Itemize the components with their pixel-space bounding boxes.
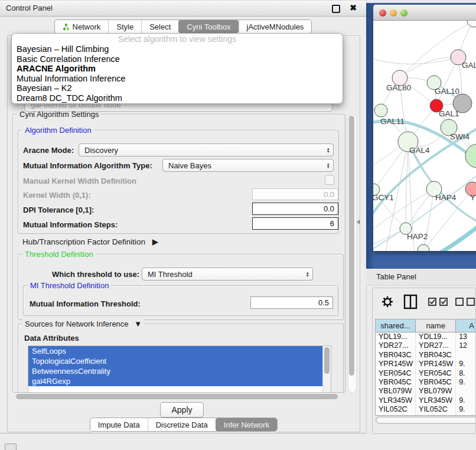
table-row[interactable]: YBL079WYBL079W [376,387,476,396]
float-window-icon[interactable] [332,5,340,13]
algorithm-option-aracne-algorithm[interactable]: ARACNE Algorithm [12,64,343,74]
table-horizontal-scrollbar[interactable] [375,416,476,424]
network-edge[interactable] [435,221,476,251]
network-edge[interactable] [373,120,476,165]
table-row[interactable]: YPR145WYPR145W9. [376,360,476,369]
node-table[interactable]: shared...nameA YDL19...YDL19...13YDR27..… [375,319,476,416]
network-edge[interactable] [423,189,434,250]
tab-infer-network[interactable]: Infer Network [216,418,277,431]
node-label-gal10: GAL10 [435,87,459,96]
tab-label: Discretize Data [156,420,208,429]
column-header-shared[interactable]: shared... [376,319,416,332]
which-threshold-label: Which threshold to use: [52,270,139,279]
node-label-swi4: SWI4 [450,132,470,141]
settings-vscroll-thumb[interactable] [349,116,354,376]
attribute-item-gal4rgexp[interactable]: gal4RGexp [28,376,331,386]
minimize-traffic-icon[interactable] [390,9,397,17]
tab-style[interactable]: Style [108,20,141,33]
gear-icon[interactable] [381,295,394,308]
splitter-handle[interactable] [357,220,360,224]
unchecked-pair-icon[interactable] [455,298,475,306]
threshold-definition-group: Threshold Definition Which threshold to … [18,254,344,320]
algorithm-option-bayesian-k2[interactable]: Bayesian – K2 [12,83,343,93]
table-row[interactable]: YDL19...YDL19...13 [376,332,476,341]
checked-pair-icon[interactable] [428,298,448,306]
which-threshold-combo[interactable]: MI Threshold ▲▼ [142,268,313,281]
mi-threshold-definition-group: MI Threshold Definition Mutual Informati… [23,285,338,316]
tab-label: Network [73,22,101,31]
algorithm-option-dream8-dc-tdc-algorithm[interactable]: Dream8 DC_TDC Algorithm [12,93,343,103]
tab-label: Infer Network [224,420,269,429]
column-header-name[interactable]: name [416,319,456,332]
table-cell: YER054C [416,369,456,378]
settings-horizontal-scrollbar[interactable] [12,393,348,400]
mi-steps-field[interactable]: 6 [252,217,338,230]
network-edge[interactable] [373,57,458,64]
table-row[interactable]: YLR345WYLR345W9. [376,396,476,405]
tab-cyni-toolbox[interactable]: Cyni Toolbox [178,20,238,33]
attribute-item-betweennesscentrality[interactable]: BetweennessCentrality [28,366,331,376]
mi-steps-label: Mutual Information Steps: [23,220,118,229]
network-window-titlebar[interactable] [373,5,476,21]
tab-impute-data[interactable]: Impute Data [90,418,148,431]
table-cell: YLR345W [376,396,416,405]
tab-discretize-data[interactable]: Discretize Data [148,418,216,431]
data-attributes-list[interactable]: SelfLoopsTopologicalCoefficientBetweenne… [28,345,331,393]
table-cell: 13 [456,332,476,341]
tab-network[interactable]: Network [55,20,109,33]
network-edge[interactable] [400,57,458,78]
apply-button[interactable]: Apply [160,402,204,418]
table-row[interactable]: YDR27...YDR27...12 [376,341,476,350]
table-cell: 9. [456,360,476,369]
cyni-algorithm-settings-group: Cyni Algorithm Settings Algorithm Defini… [12,114,345,393]
algorithm-option-mutual-information-inference[interactable]: Mutual Information Inference [12,74,343,84]
attributes-scrollbar-thumb[interactable] [324,347,330,374]
network-node-gal11[interactable] [374,104,387,117]
table-cell: 9. [456,405,476,414]
close-traffic-icon[interactable] [379,9,386,17]
table-row[interactable]: YER054CYER054C8. [376,369,476,378]
manual-kernel-width-label: Manual Kernel Width Definition [23,177,136,185]
settings-vertical-scrollbar[interactable] [348,114,357,393]
dpi-tolerance-label: DPI Tolerance [0,1]: [23,206,94,214]
algorithm-option-basic-correlation-inference[interactable]: Basic Correlation Inference [12,54,343,64]
control-tab-bar: NetworkStyleSelectCyni ToolboxjActiveMNo… [0,19,366,34]
network-node-top-partial[interactable] [467,21,476,27]
table-cell: YPR145W [376,360,416,369]
network-node-swi4[interactable] [465,144,476,168]
settings-hscroll-thumb[interactable] [16,394,338,399]
manual-kernel-width-checkbox[interactable] [325,175,334,185]
table-cell: 8. [456,369,476,378]
algorithm-option-bayesian-hill-climbing[interactable]: Bayesian – Hill Climbing [12,44,343,54]
attributes-scrollbar[interactable] [322,346,331,392]
column-header-a[interactable]: A [456,319,476,332]
table-row[interactable]: YBR043CYBR043C [376,351,476,360]
network-canvas[interactable]: GALGAL80GAL10GAL1GAL11SWI4GAL4GCY1HAP4YH… [373,21,476,251]
aracne-mode-combo[interactable]: Discovery ▲▼ [79,144,334,156]
dpi-tolerance-field[interactable]: 0.0 [252,203,338,215]
control-panel-titlebar: Control Panel ✖ [0,0,366,17]
kernel-width-field[interactable]: 0.0 [252,188,338,200]
tab-jactivemnodules[interactable]: jActiveMNodules [239,20,312,33]
split-columns-icon[interactable] [403,294,418,309]
table-cell [456,351,476,360]
zoom-traffic-icon[interactable] [400,9,407,17]
mi-algorithm-type-combo[interactable]: Naive Bayes ▲▼ [162,159,334,172]
mi-threshold-field[interactable]: 0.5 [250,296,333,309]
table-cell: YBR045C [416,378,456,387]
table-row[interactable]: YIL052CYIL052C9. [376,405,476,414]
table-row[interactable]: YBR045CYBR045C9. [376,378,476,387]
attribute-item-topologicalcoefficient[interactable]: TopologicalCoefficient [28,356,331,366]
close-icon[interactable]: ✖ [350,3,357,12]
table-cell: YDL19... [376,332,416,341]
table-panel-body: shared...nameA YDL19...YDL19...13YDR27..… [372,288,476,434]
hub-definition-toggle[interactable]: Hub/Transcription Factor Definition ▶ [22,237,158,246]
collapsed-panel-icon[interactable] [5,444,17,450]
tab-select[interactable]: Select [141,20,178,33]
sources-title[interactable]: Sources for Network Inference ▼ [22,319,144,328]
network-edge[interactable] [406,142,408,229]
table-cell: YIL052C [416,405,456,414]
node-label-hap2: HAP2 [407,232,428,241]
attribute-item-selfloops[interactable]: SelfLoops [28,346,331,356]
table-hscroll-thumb[interactable] [376,417,476,423]
